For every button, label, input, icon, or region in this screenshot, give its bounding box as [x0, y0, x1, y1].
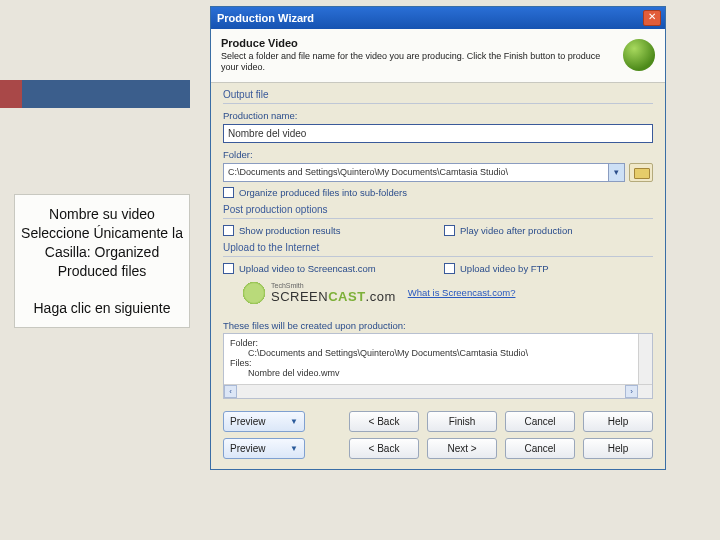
preview-button-2[interactable]: Preview ▼	[223, 438, 305, 459]
instruction-text-2: Haga clic en siguiente	[21, 299, 183, 318]
folder-select[interactable]: C:\Documents and Settings\Quintero\My Do…	[223, 163, 625, 182]
preview-files-label: Files:	[230, 358, 646, 368]
upload-group-title: Upload to the Internet	[223, 242, 653, 253]
window-title: Production Wizard	[215, 12, 643, 24]
button-bar: Preview ▼ < Back Finish Cancel Help Prev…	[211, 399, 665, 469]
cancel-button-2[interactable]: Cancel	[505, 438, 575, 459]
upload-ftp-checkbox[interactable]	[444, 263, 455, 274]
instruction-card: Nombre su video Seleccione Únicamente la…	[14, 194, 190, 328]
production-name-input[interactable]	[223, 124, 653, 143]
production-wizard-dialog: Production Wizard ✕ Produce Video Select…	[210, 6, 666, 470]
preview-button-label: Preview	[230, 416, 266, 427]
preview-folder-value: C:\Documents and Settings\Quintero\My Do…	[230, 348, 646, 358]
header-title: Produce Video	[221, 37, 617, 49]
upload-ftp-label: Upload video by FTP	[460, 263, 549, 274]
back-button-2[interactable]: < Back	[349, 438, 419, 459]
play-after-label: Play video after production	[460, 225, 572, 236]
chevron-down-icon: ▼	[290, 444, 298, 453]
production-name-label: Production name:	[223, 110, 653, 121]
preview-button-label-2: Preview	[230, 443, 266, 454]
organize-files-checkbox[interactable]	[223, 187, 234, 198]
folder-label: Folder:	[223, 149, 653, 160]
next-button[interactable]: Next >	[427, 438, 497, 459]
brand-small: TechSmith	[271, 282, 396, 289]
slide-accent-bar	[0, 80, 190, 108]
camtasia-logo-icon	[623, 39, 655, 71]
post-production-group-title: Post production options	[223, 204, 653, 215]
header-subtitle: Select a folder and file name for the vi…	[221, 51, 617, 74]
organize-files-label: Organize produced files into sub-folders	[239, 187, 407, 198]
show-results-label: Show production results	[239, 225, 340, 236]
close-icon[interactable]: ✕	[643, 10, 661, 26]
preview-box: Folder: C:\Documents and Settings\Quinte…	[223, 333, 653, 399]
back-button[interactable]: < Back	[349, 411, 419, 432]
dialog-header: Produce Video Select a folder and file n…	[211, 29, 665, 83]
folder-value: C:\Documents and Settings\Quintero\My Do…	[228, 167, 508, 177]
scroll-left-icon[interactable]: ‹	[224, 385, 237, 398]
scrollbar-horizontal[interactable]	[224, 384, 652, 398]
preview-folder-label: Folder:	[230, 338, 646, 348]
brand-post: CAST	[328, 289, 365, 304]
instruction-text-1: Nombre su video Seleccione Únicamente la…	[21, 205, 183, 281]
titlebar[interactable]: Production Wizard ✕	[211, 7, 665, 29]
brand-pre: SCREEN	[271, 289, 328, 304]
help-button[interactable]: Help	[583, 411, 653, 432]
scroll-right-icon[interactable]: ›	[625, 385, 638, 398]
brand-suffix: .com	[366, 289, 396, 304]
preview-button[interactable]: Preview ▼	[223, 411, 305, 432]
slide-accent-bar-red	[0, 80, 22, 108]
preview-files-value: Nombre del video.wmv	[230, 368, 646, 378]
play-after-checkbox[interactable]	[444, 225, 455, 236]
finish-button[interactable]: Finish	[427, 411, 497, 432]
chevron-down-icon[interactable]: ▾	[608, 164, 624, 181]
upload-screencast-checkbox[interactable]	[223, 263, 234, 274]
what-is-screencast-link[interactable]: What is Screencast.com?	[408, 287, 516, 298]
preview-intro: These files will be created upon product…	[223, 320, 653, 331]
help-button-2[interactable]: Help	[583, 438, 653, 459]
upload-screencast-label: Upload video to Screencast.com	[239, 263, 376, 274]
show-results-checkbox[interactable]	[223, 225, 234, 236]
cancel-button[interactable]: Cancel	[505, 411, 575, 432]
chevron-down-icon: ▼	[290, 417, 298, 426]
screencast-logo-icon: TechSmith SCREENCAST.com	[241, 280, 396, 306]
browse-folder-button[interactable]	[629, 163, 653, 182]
output-file-group-title: Output file	[223, 89, 653, 100]
